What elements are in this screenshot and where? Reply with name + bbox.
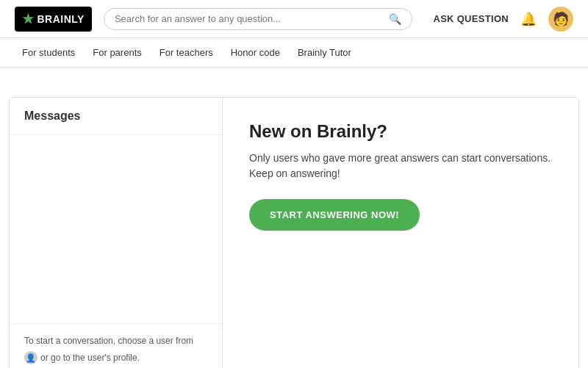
footer-text-1: To start a conversation, choose a user f… — [24, 334, 193, 348]
messages-panel: Messages To start a conversation, choose… — [10, 98, 223, 368]
nav-item-tutor[interactable]: Brainly Tutor — [298, 47, 351, 58]
messages-body — [10, 135, 222, 323]
info-panel-title: New on Brainly? — [249, 121, 552, 142]
avatar[interactable]: 🧑 — [548, 7, 573, 32]
logo[interactable]: ★ BRAINLY — [15, 7, 92, 32]
notification-icon[interactable]: 🔔 — [520, 11, 537, 27]
search-input[interactable] — [115, 13, 389, 24]
messages-header: Messages — [10, 98, 222, 135]
info-panel-subtitle: Only users who gave more great answers c… — [249, 151, 552, 181]
logo-text: BRAINLY — [37, 13, 85, 25]
search-icon: 🔍 — [389, 13, 401, 25]
header-right: ASK QUESTION 🔔 🧑 — [433, 7, 573, 32]
header: ★ BRAINLY 🔍 ASK QUESTION 🔔 🧑 — [0, 0, 588, 38]
nav-item-teachers[interactable]: For teachers — [159, 47, 213, 58]
user-icon: 👤 — [24, 351, 37, 364]
messages-footer: To start a conversation, choose a user f… — [10, 323, 222, 368]
logo-star: ★ — [22, 11, 35, 27]
start-answering-button[interactable]: START ANSWERING NOW! — [249, 199, 420, 231]
footer-text-2: or go to the user's profile. — [40, 351, 140, 365]
nav: For students For parents For teachers Ho… — [0, 38, 588, 68]
info-panel: New on Brainly? Only users who gave more… — [223, 98, 578, 368]
search-bar[interactable]: 🔍 — [104, 8, 412, 30]
ask-question-button[interactable]: ASK QUESTION — [433, 13, 509, 24]
nav-item-honor-code[interactable]: Honor code — [231, 47, 280, 58]
main-content: Messages To start a conversation, choose… — [9, 97, 579, 368]
nav-item-parents[interactable]: For parents — [93, 47, 141, 58]
nav-item-students[interactable]: For students — [22, 47, 75, 58]
